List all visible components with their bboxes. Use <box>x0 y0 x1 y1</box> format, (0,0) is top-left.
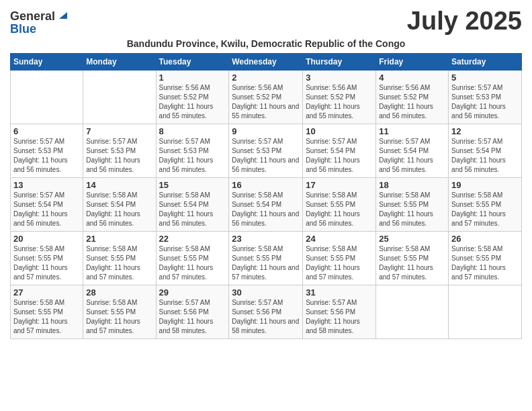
calendar-week-2: 6Sunrise: 5:57 AM Sunset: 5:53 PM Daylig… <box>11 124 522 178</box>
day-info: Sunrise: 5:58 AM Sunset: 5:55 PM Dayligh… <box>306 191 373 228</box>
calendar-cell: 23Sunrise: 5:58 AM Sunset: 5:55 PM Dayli… <box>229 232 303 285</box>
day-info: Sunrise: 5:57 AM Sunset: 5:54 PM Dayligh… <box>306 137 373 175</box>
day-number: 1 <box>159 73 226 83</box>
day-info: Sunrise: 5:58 AM Sunset: 5:54 PM Dayligh… <box>232 191 300 228</box>
day-number: 18 <box>379 180 445 190</box>
calendar-week-4: 20Sunrise: 5:58 AM Sunset: 5:55 PM Dayli… <box>11 232 522 285</box>
day-info: Sunrise: 5:58 AM Sunset: 5:55 PM Dayligh… <box>86 244 152 282</box>
day-number: 26 <box>451 234 519 244</box>
day-number: 17 <box>306 180 373 190</box>
logo-icon <box>56 9 67 20</box>
calendar-cell: 21Sunrise: 5:58 AM Sunset: 5:55 PM Dayli… <box>83 232 156 285</box>
header-day-saturday: Saturday <box>449 54 522 71</box>
day-number: 6 <box>13 126 80 136</box>
calendar-cell: 15Sunrise: 5:58 AM Sunset: 5:54 PM Dayli… <box>156 178 229 232</box>
day-number: 3 <box>306 73 373 83</box>
day-number: 23 <box>232 234 300 244</box>
calendar-header-row: SundayMondayTuesdayWednesdayThursdayFrid… <box>11 54 522 71</box>
day-info: Sunrise: 5:56 AM Sunset: 5:52 PM Dayligh… <box>379 83 445 121</box>
calendar-cell: 29Sunrise: 5:57 AM Sunset: 5:56 PM Dayli… <box>156 285 229 339</box>
day-info: Sunrise: 5:58 AM Sunset: 5:55 PM Dayligh… <box>379 244 445 282</box>
calendar-cell: 25Sunrise: 5:58 AM Sunset: 5:55 PM Dayli… <box>376 232 449 285</box>
day-info: Sunrise: 5:57 AM Sunset: 5:56 PM Dayligh… <box>232 298 300 336</box>
day-info: Sunrise: 5:58 AM Sunset: 5:55 PM Dayligh… <box>306 244 373 282</box>
calendar-cell: 26Sunrise: 5:58 AM Sunset: 5:55 PM Dayli… <box>449 232 522 285</box>
calendar-cell: 16Sunrise: 5:58 AM Sunset: 5:54 PM Dayli… <box>229 178 303 232</box>
calendar-table: SundayMondayTuesdayWednesdayThursdayFrid… <box>10 53 522 339</box>
header: General Blue July 2025 <box>10 7 522 36</box>
calendar-cell <box>11 71 83 124</box>
calendar-week-3: 13Sunrise: 5:57 AM Sunset: 5:54 PM Dayli… <box>11 178 522 232</box>
day-number: 20 <box>13 234 80 244</box>
day-number: 13 <box>13 180 80 190</box>
calendar-cell: 19Sunrise: 5:58 AM Sunset: 5:55 PM Dayli… <box>449 178 522 232</box>
day-number: 28 <box>86 287 152 298</box>
header-day-sunday: Sunday <box>11 54 83 71</box>
calendar-week-5: 27Sunrise: 5:58 AM Sunset: 5:55 PM Dayli… <box>11 285 522 339</box>
calendar-cell: 13Sunrise: 5:57 AM Sunset: 5:54 PM Dayli… <box>11 178 83 232</box>
calendar-cell: 18Sunrise: 5:58 AM Sunset: 5:55 PM Dayli… <box>376 178 449 232</box>
day-number: 7 <box>86 126 152 136</box>
day-number: 30 <box>232 287 300 298</box>
calendar-cell: 5Sunrise: 5:57 AM Sunset: 5:53 PM Daylig… <box>449 71 522 124</box>
logo-general: General <box>10 10 55 22</box>
calendar-cell: 22Sunrise: 5:58 AM Sunset: 5:55 PM Dayli… <box>156 232 229 285</box>
day-info: Sunrise: 5:57 AM Sunset: 5:53 PM Dayligh… <box>451 83 519 121</box>
day-info: Sunrise: 5:57 AM Sunset: 5:56 PM Dayligh… <box>159 298 226 336</box>
header-day-monday: Monday <box>83 54 156 71</box>
day-info: Sunrise: 5:58 AM Sunset: 5:55 PM Dayligh… <box>451 244 519 282</box>
calendar-cell: 30Sunrise: 5:57 AM Sunset: 5:56 PM Dayli… <box>229 285 303 339</box>
day-number: 4 <box>379 73 445 83</box>
day-info: Sunrise: 5:56 AM Sunset: 5:52 PM Dayligh… <box>306 83 373 121</box>
month-title: July 2025 <box>407 7 522 36</box>
day-number: 27 <box>13 287 80 298</box>
day-info: Sunrise: 5:58 AM Sunset: 5:55 PM Dayligh… <box>86 298 152 336</box>
day-info: Sunrise: 5:58 AM Sunset: 5:54 PM Dayligh… <box>159 191 226 228</box>
day-info: Sunrise: 5:58 AM Sunset: 5:55 PM Dayligh… <box>232 244 300 282</box>
day-number: 12 <box>451 126 519 136</box>
day-info: Sunrise: 5:57 AM Sunset: 5:54 PM Dayligh… <box>451 137 519 175</box>
day-number: 2 <box>232 73 300 83</box>
logo: General Blue <box>10 7 67 35</box>
day-number: 14 <box>86 180 152 190</box>
header-day-tuesday: Tuesday <box>156 54 229 71</box>
calendar-cell: 1Sunrise: 5:56 AM Sunset: 5:52 PM Daylig… <box>156 71 229 124</box>
day-info: Sunrise: 5:58 AM Sunset: 5:55 PM Dayligh… <box>13 298 80 336</box>
day-number: 5 <box>451 73 519 83</box>
day-info: Sunrise: 5:58 AM Sunset: 5:54 PM Dayligh… <box>86 191 152 228</box>
calendar-cell <box>376 285 449 339</box>
day-number: 29 <box>159 287 226 298</box>
calendar-body: 1Sunrise: 5:56 AM Sunset: 5:52 PM Daylig… <box>11 71 522 339</box>
day-number: 11 <box>379 126 445 136</box>
day-info: Sunrise: 5:58 AM Sunset: 5:55 PM Dayligh… <box>451 191 519 228</box>
header-day-friday: Friday <box>376 54 449 71</box>
header-day-thursday: Thursday <box>303 54 376 71</box>
calendar-cell: 12Sunrise: 5:57 AM Sunset: 5:54 PM Dayli… <box>449 124 522 178</box>
day-info: Sunrise: 5:56 AM Sunset: 5:52 PM Dayligh… <box>159 83 226 121</box>
day-number: 8 <box>159 126 226 136</box>
day-info: Sunrise: 5:58 AM Sunset: 5:55 PM Dayligh… <box>159 244 226 282</box>
calendar-cell: 8Sunrise: 5:57 AM Sunset: 5:53 PM Daylig… <box>156 124 229 178</box>
day-number: 16 <box>232 180 300 190</box>
calendar-week-1: 1Sunrise: 5:56 AM Sunset: 5:52 PM Daylig… <box>11 71 522 124</box>
calendar-cell: 31Sunrise: 5:57 AM Sunset: 5:56 PM Dayli… <box>303 285 376 339</box>
calendar-cell: 3Sunrise: 5:56 AM Sunset: 5:52 PM Daylig… <box>303 71 376 124</box>
calendar-cell <box>83 71 156 124</box>
subtitle: Bandundu Province, Kwilu, Democratic Rep… <box>10 38 522 49</box>
day-info: Sunrise: 5:57 AM Sunset: 5:56 PM Dayligh… <box>306 298 373 336</box>
calendar-cell: 27Sunrise: 5:58 AM Sunset: 5:55 PM Dayli… <box>11 285 83 339</box>
calendar-cell: 4Sunrise: 5:56 AM Sunset: 5:52 PM Daylig… <box>376 71 449 124</box>
calendar-cell: 9Sunrise: 5:57 AM Sunset: 5:53 PM Daylig… <box>229 124 303 178</box>
day-number: 9 <box>232 126 300 136</box>
logo-blue: Blue <box>10 23 36 35</box>
day-info: Sunrise: 5:57 AM Sunset: 5:53 PM Dayligh… <box>232 137 300 175</box>
calendar-cell: 11Sunrise: 5:57 AM Sunset: 5:54 PM Dayli… <box>376 124 449 178</box>
day-info: Sunrise: 5:57 AM Sunset: 5:54 PM Dayligh… <box>379 137 445 175</box>
header-day-wednesday: Wednesday <box>229 54 303 71</box>
day-info: Sunrise: 5:57 AM Sunset: 5:54 PM Dayligh… <box>13 191 80 228</box>
calendar-cell: 17Sunrise: 5:58 AM Sunset: 5:55 PM Dayli… <box>303 178 376 232</box>
day-number: 24 <box>306 234 373 244</box>
day-number: 19 <box>451 180 519 190</box>
svg-marker-0 <box>59 12 67 19</box>
calendar-cell: 7Sunrise: 5:57 AM Sunset: 5:53 PM Daylig… <box>83 124 156 178</box>
